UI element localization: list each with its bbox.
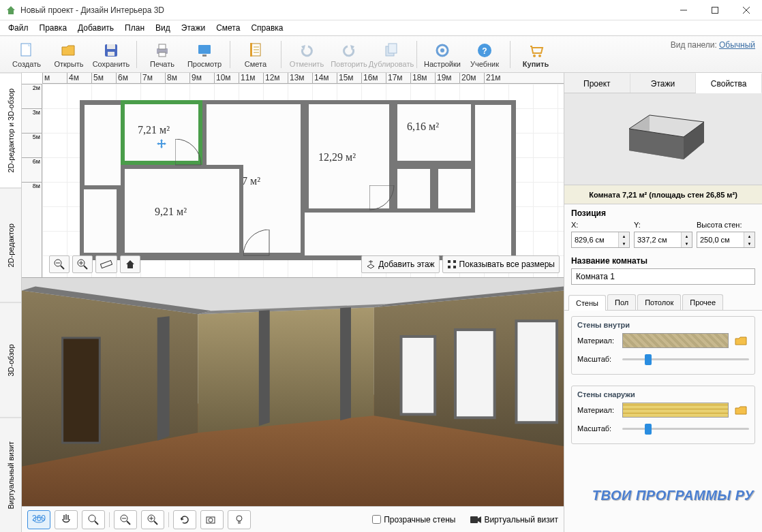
- svg-rect-33: [100, 260, 112, 268]
- subtab-other[interactable]: Прочее: [682, 294, 723, 310]
- svg-marker-50: [340, 307, 351, 420]
- orbit-360-button[interactable]: 360: [27, 510, 50, 529]
- inside-scale-slider[interactable]: [622, 352, 749, 366]
- svg-line-58: [95, 521, 98, 525]
- position-title: Позиция: [571, 208, 755, 218]
- menu-view[interactable]: Вид: [151, 22, 174, 34]
- undo-button[interactable]: Отменить: [286, 37, 328, 72]
- tab-2d-editor[interactable]: 2D-редактор: [0, 188, 21, 303]
- redo-button[interactable]: Повторить: [328, 37, 370, 72]
- transparent-walls-checkbox[interactable]: Прозрачные стены: [372, 515, 455, 525]
- outside-material-swatch[interactable]: [622, 403, 729, 418]
- walls-inside-panel: Стены внутри Материал: Масштаб:: [571, 316, 755, 375]
- room-name-input[interactable]: [571, 268, 755, 285]
- floorplan[interactable]: 7,21 м² 18,67 м² 12,29 м² 6,16 м² 9,21 м…: [80, 97, 516, 260]
- outside-material-browse[interactable]: [733, 403, 749, 418]
- close-button[interactable]: [731, 0, 762, 20]
- svg-rect-39: [453, 266, 456, 268]
- plan-2d-viewport[interactable]: м4м5м 6м7м8м 9м10м11м 12м13м14м 15м16м17…: [22, 73, 564, 277]
- measure-button[interactable]: [95, 255, 117, 273]
- menu-floors[interactable]: Этажи: [177, 22, 209, 34]
- inside-material-swatch[interactable]: [622, 333, 729, 348]
- room-area-5: 9,21 м²: [155, 206, 187, 218]
- save-button[interactable]: Сохранить: [90, 37, 132, 72]
- inside-material-browse[interactable]: [733, 333, 749, 348]
- tab-floors[interactable]: Этажи: [630, 73, 697, 93]
- svg-line-63: [154, 521, 157, 525]
- zoom-in-button[interactable]: [72, 255, 93, 273]
- svg-marker-49: [259, 310, 270, 426]
- reset-view-button[interactable]: [173, 510, 196, 529]
- subtab-floor[interactable]: Пол: [607, 294, 636, 310]
- left-view-tabs: 2D-редактор и 3D-обзор 2D-редактор 3D-об…: [0, 73, 22, 532]
- duplicate-button[interactable]: Дублировать: [370, 37, 412, 72]
- tab-virtual-tour[interactable]: Виртуальный визит: [0, 418, 21, 533]
- open-button[interactable]: Открыть: [48, 37, 90, 72]
- tab-2d-3d-combo[interactable]: 2D-редактор и 3D-обзор: [0, 73, 21, 188]
- maximize-button[interactable]: [699, 0, 731, 20]
- svg-rect-53: [516, 321, 557, 422]
- room-area-3: 12,29 м²: [318, 151, 356, 163]
- tab-3d-view[interactable]: 3D-обзор: [0, 302, 21, 418]
- lighting-button[interactable]: [228, 510, 251, 529]
- svg-line-30: [84, 266, 87, 269]
- svg-marker-48: [157, 316, 170, 441]
- room-name-section: Название комнаты: [564, 252, 762, 289]
- ruler-vertical: 2м3м 5м6м 8м: [22, 84, 42, 277]
- svg-rect-10: [159, 52, 166, 57]
- window-title: Новый проект - Дизайн Интерьера 3D: [20, 5, 668, 15]
- wall-height-spinner[interactable]: ▲▼: [697, 232, 755, 248]
- show-dimensions-button[interactable]: Показывать все размеры: [442, 255, 560, 273]
- svg-rect-19: [388, 44, 397, 53]
- svg-rect-38: [448, 266, 451, 268]
- menu-add[interactable]: Добавить: [74, 22, 118, 34]
- svg-point-25: [538, 54, 541, 57]
- ruler-horizontal: м4м5м 6м7м8м 9м10м11м 12м13м14м 15м16м17…: [42, 73, 564, 84]
- move-handle-icon[interactable]: [157, 139, 166, 148]
- svg-point-21: [440, 48, 444, 52]
- preview-button[interactable]: Просмотр: [183, 37, 226, 72]
- subtab-ceiling[interactable]: Потолок: [637, 294, 681, 310]
- position-x-spinner[interactable]: ▲▼: [571, 232, 630, 248]
- zoom-out-button[interactable]: [49, 255, 70, 273]
- view-zoom-in[interactable]: [141, 510, 164, 529]
- menu-help[interactable]: Справка: [247, 22, 287, 34]
- svg-rect-7: [108, 52, 115, 56]
- tab-properties[interactable]: Свойства: [696, 73, 762, 93]
- minimize-button[interactable]: [668, 0, 699, 20]
- pan-button[interactable]: [55, 510, 78, 529]
- buy-button[interactable]: Купить: [515, 37, 557, 72]
- outside-scale-slider[interactable]: [622, 422, 749, 435]
- print-button[interactable]: Печать: [141, 37, 183, 72]
- zoom-button[interactable]: [82, 510, 105, 529]
- subtab-walls[interactable]: Стены: [568, 295, 606, 311]
- right-tabs: Проект Этажи Свойства: [564, 73, 762, 93]
- menu-edit[interactable]: Правка: [35, 22, 72, 34]
- menu-file[interactable]: Файл: [4, 22, 33, 34]
- tab-project[interactable]: Проект: [564, 73, 630, 93]
- estimate-button[interactable]: Смета: [234, 37, 277, 72]
- settings-button[interactable]: Настройки: [421, 37, 463, 72]
- create-button[interactable]: Создать: [5, 37, 48, 72]
- wall-subtabs: Стены Пол Потолок Прочее: [564, 292, 762, 311]
- room-info-bar: Комната 7,21 м² (площадь стен 26,85 м²): [564, 185, 762, 204]
- view-zoom-out[interactable]: [114, 510, 137, 529]
- room-area-1: 7,21 м²: [138, 124, 170, 136]
- panel-view-link[interactable]: Обычный: [719, 40, 755, 50]
- home-button[interactable]: [120, 255, 140, 273]
- svg-rect-54: [63, 338, 100, 443]
- tutorial-button[interactable]: ?Учебник: [463, 37, 506, 72]
- menu-plan[interactable]: План: [121, 22, 149, 34]
- virtual-tour-button[interactable]: Виртуальный визит: [470, 515, 558, 525]
- position-y-spinner[interactable]: ▲▼: [634, 232, 692, 248]
- bottom-control-bar: 360 Прозрачные стены Виртуальный визит: [22, 506, 564, 532]
- menu-estimate[interactable]: Смета: [212, 22, 244, 34]
- viewport-3d[interactable]: [22, 277, 564, 506]
- svg-rect-12: [202, 54, 207, 57]
- svg-rect-51: [401, 337, 436, 414]
- svg-rect-6: [107, 44, 115, 49]
- panel-view-label: Вид панели: Обычный: [671, 40, 755, 50]
- svg-point-57: [89, 515, 95, 522]
- add-floor-button[interactable]: Добавить этаж: [361, 255, 439, 273]
- camera-button[interactable]: [200, 510, 224, 529]
